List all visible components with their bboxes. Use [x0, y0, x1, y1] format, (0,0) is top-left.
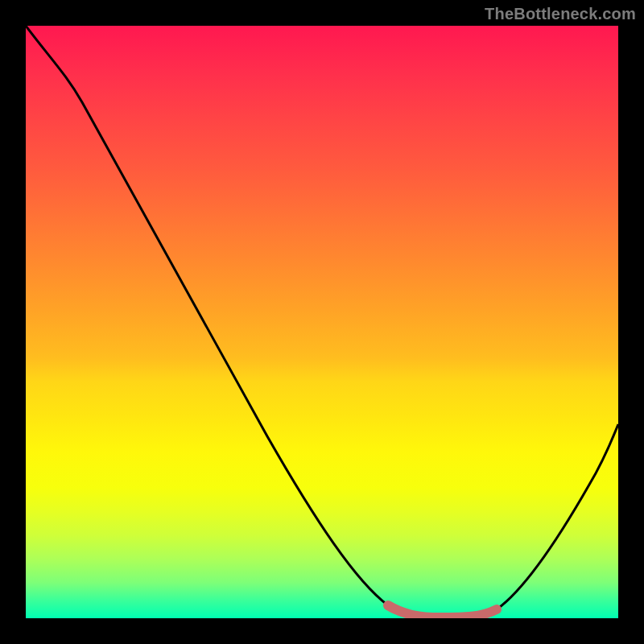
chart-plot-area: [26, 26, 618, 618]
watermark-text: TheBottleneck.com: [485, 5, 636, 23]
bottleneck-curve-line: [26, 26, 618, 617]
chart-svg: [26, 26, 618, 618]
optimal-range-highlight: [388, 605, 497, 617]
